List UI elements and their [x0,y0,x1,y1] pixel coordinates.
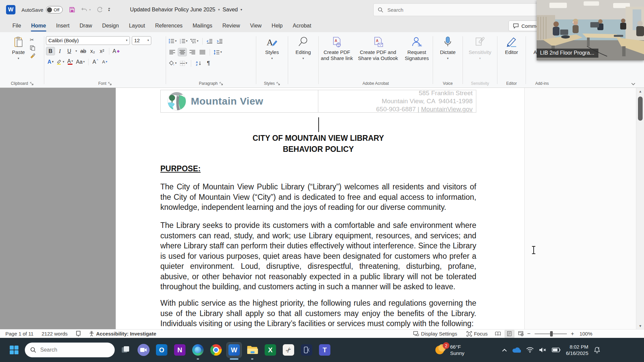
decrease-indent-button[interactable] [205,37,214,45]
paste-button[interactable]: Paste ▾ [9,34,28,60]
onedrive-icon[interactable] [512,347,521,353]
italic-button[interactable]: I [55,47,64,55]
volume-muted-icon[interactable] [539,347,546,353]
zoom-level[interactable]: 100% [576,331,594,337]
create-pdf-outlook-button[interactable]: A Create PDF and Share via Outlook [357,34,399,61]
weather-widget[interactable]: 2 66°F Sunny [435,338,465,362]
document-title-area[interactable]: Updated Behavior Policy June 2025 • Save… [130,7,242,13]
autosave-control[interactable]: AutoSave Off [21,6,63,13]
focus-button[interactable]: Focus [463,331,492,337]
tab-acrobat[interactable]: Acrobat [288,21,316,31]
file-explorer-icon[interactable] [245,343,260,357]
teams-icon[interactable]: T [317,343,332,357]
scroll-up-icon[interactable]: ▲ [636,88,644,95]
align-right-button[interactable] [188,48,197,56]
clear-formatting-button[interactable]: A◆ [112,47,121,55]
tab-layout[interactable]: Layout [124,21,150,31]
shading-button[interactable]: ▾ [168,59,178,67]
excel-icon[interactable]: X [263,343,278,357]
zoom-out-button[interactable]: − [527,330,531,337]
font-size-combo[interactable]: 12 ▾ [132,36,151,45]
superscript-button[interactable]: x² [98,47,107,55]
editing-button[interactable]: Editing ▾ [296,34,311,60]
align-center-button[interactable] [178,48,187,56]
save-icon[interactable] [69,6,75,13]
word-taskbar-icon[interactable]: W [227,343,241,357]
align-left-button[interactable] [168,48,177,56]
highlight-color-button[interactable]: ▾ [55,58,65,66]
word-app-icon[interactable]: W [6,5,15,14]
increase-indent-button[interactable] [215,37,224,45]
zoom-slider-thumb[interactable] [550,331,553,337]
scroll-down-icon[interactable]: ▼ [636,322,644,329]
tray-chevron-icon[interactable] [502,349,507,352]
clipboard-launcher-icon[interactable] [30,82,34,85]
show-formatting-button[interactable]: ¶ [204,59,213,67]
search-input[interactable] [387,7,487,13]
tab-file[interactable]: File [7,21,26,31]
snipping-tool-icon[interactable]: ✂ [281,343,296,357]
scrollbar-thumb[interactable] [638,97,643,121]
font-launcher-icon[interactable] [108,82,112,85]
numbering-button[interactable]: 123 ▾ [179,37,189,45]
justify-button[interactable] [198,48,207,56]
battery-icon[interactable] [552,348,560,352]
accessibility-status[interactable]: Accessibility: Investigate [85,331,160,337]
word-count[interactable]: 2122 words [38,331,72,337]
paste-dropdown-icon[interactable]: ▾ [18,57,19,60]
tab-view[interactable]: View [245,21,266,31]
redo-icon[interactable] [96,6,103,13]
read-mode-button[interactable] [493,330,503,338]
teams-meeting-icon[interactable] [136,343,151,357]
sort-button[interactable]: AZ [194,59,203,67]
display-settings-button[interactable]: Display Settings [409,331,461,337]
wifi-icon[interactable] [526,347,534,353]
collapse-ribbon-icon[interactable] [631,83,635,85]
request-signatures-button[interactable]: Request Signatures [402,34,431,61]
undo-icon[interactable]: ▾ [81,6,91,13]
create-pdf-share-link-button[interactable]: A Create PDF and Share link [320,34,354,61]
web-layout-button[interactable] [516,330,526,338]
start-button[interactable] [7,343,21,357]
font-name-combo[interactable]: Calibri (Body) ▾ [46,36,130,45]
page-indicator[interactable]: Page 1 of 11 [0,331,38,337]
text-effects-button[interactable]: A▾ [46,58,55,66]
taskbar-search[interactable] [25,343,115,357]
subscript-button[interactable]: x₂ [88,47,97,55]
font-color-button[interactable]: A▾ [66,58,75,66]
chrome-icon[interactable] [209,343,223,357]
tab-draw[interactable]: Draw [74,21,97,31]
borders-button[interactable]: ▾ [179,59,189,67]
styles-launcher-icon[interactable] [276,82,280,85]
bold-button[interactable]: B [46,47,55,55]
copy-icon[interactable] [30,45,35,51]
format-painter-icon[interactable] [30,53,35,58]
tab-review[interactable]: Review [217,21,245,31]
outlook-icon[interactable]: O [154,343,169,357]
customize-qat-icon[interactable]: ▾ [108,8,110,12]
tab-design[interactable]: Design [97,21,124,31]
tab-help[interactable]: Help [267,21,288,31]
tab-mailings[interactable]: Mailings [187,21,217,31]
grow-font-button[interactable]: A^ [91,58,100,66]
cut-icon[interactable]: ✂ [30,37,35,43]
tab-home[interactable]: Home [26,21,51,31]
autosave-toggle[interactable]: Off [46,6,63,13]
shrink-font-button[interactable]: A▾ [100,58,109,66]
document-page[interactable]: Mountain View 585 Franklin Street Mounta… [116,88,524,329]
zoom-slider[interactable] [535,334,567,334]
tab-insert[interactable]: Insert [51,21,74,31]
notification-bell-icon[interactable]: zz [594,347,600,353]
video-call-overlay[interactable]: LIB 2nd Floor Progra... [537,0,644,60]
paragraph-launcher-icon[interactable] [219,82,223,85]
editor-button[interactable]: Editor [505,34,518,55]
phone-link-icon[interactable] [299,343,314,357]
underline-dropdown-icon[interactable]: ▾ [75,50,77,53]
undo-dropdown-icon[interactable]: ▾ [89,8,91,11]
tab-references[interactable]: References [150,21,187,31]
styles-button[interactable]: A Styles ▾ [265,34,279,60]
taskbar-clock[interactable]: 8:02 PM 6/16/2025 [566,344,588,356]
titlebar-search[interactable] [373,3,551,16]
vertical-scrollbar[interactable]: ▲ ▼ [636,88,644,329]
strikethrough-button[interactable]: ab [79,47,88,55]
